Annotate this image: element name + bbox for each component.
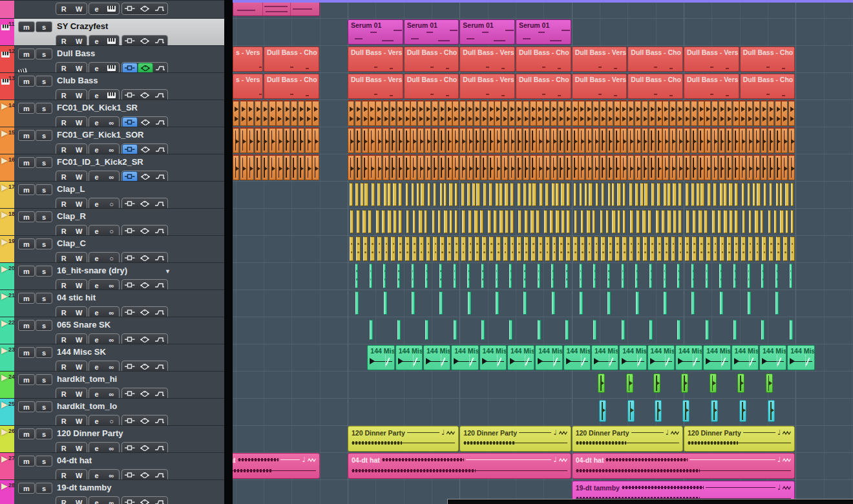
solo-button[interactable]: s — [36, 157, 52, 168]
audio-slice-event[interactable] — [362, 127, 368, 153]
audio-event-bar[interactable] — [729, 183, 733, 206]
audio-slice-event[interactable] — [551, 127, 557, 153]
audio-event-bar[interactable] — [706, 236, 711, 261]
audio-event-bar[interactable] — [783, 236, 788, 261]
audio-event-bar[interactable] — [761, 320, 764, 340]
audio-event-bar[interactable] — [398, 236, 403, 261]
audio-slice-event[interactable] — [704, 100, 711, 126]
audio-event-bar[interactable] — [551, 264, 554, 288]
midi-clip[interactable]: Dull Bass - Cho — [264, 74, 319, 99]
audio-slice-event[interactable] — [247, 100, 253, 126]
write-automation-button[interactable]: W — [72, 497, 87, 504]
audio-slice-event[interactable] — [348, 127, 354, 153]
audio-event-bar[interactable] — [462, 210, 465, 233]
audio-event-bar[interactable] — [580, 291, 583, 315]
solo-button[interactable]: s — [36, 238, 52, 249]
audio-event-bar[interactable] — [679, 236, 683, 261]
track-header-18[interactable]: 18msClap_RRWe○ — [0, 208, 224, 235]
dropdown-icon[interactable]: ▼ — [165, 268, 167, 275]
audio-slice-event[interactable] — [269, 154, 275, 180]
audio-event-bar[interactable] — [536, 210, 540, 233]
audio-event-bar[interactable] — [650, 236, 655, 261]
audio-slice-event[interactable] — [390, 127, 396, 153]
mute-button[interactable]: m — [18, 21, 35, 32]
audio-event-bar[interactable] — [461, 236, 466, 261]
track-header-27[interactable]: 27ms04-dt hatRWe∞ — [0, 452, 224, 479]
track-color-strip[interactable]: 11 — [0, 19, 14, 45]
edit-channel-button[interactable]: e — [89, 3, 104, 14]
mute-button[interactable]: m — [18, 103, 35, 114]
audio-event-bar[interactable] — [615, 236, 620, 261]
audio-slice-event[interactable] — [607, 100, 613, 126]
audio-event-bar[interactable] — [481, 320, 485, 340]
audio-event-bar[interactable] — [425, 210, 428, 233]
track-header-20[interactable]: 20ms16_hit-snare (dry)▼RWe∞ — [0, 262, 224, 289]
audio-slice-event[interactable] — [739, 100, 746, 126]
audio-event-bar[interactable] — [693, 210, 696, 233]
audio-slice-event[interactable] — [488, 100, 494, 126]
audio-slice-event[interactable] — [305, 154, 311, 180]
audio-slice-event[interactable] — [501, 100, 508, 126]
audio-slice-event[interactable] — [501, 127, 508, 153]
audio-slice-event[interactable] — [739, 127, 746, 153]
audio-event-bar[interactable] — [664, 264, 666, 288]
audio-slice-event[interactable] — [753, 127, 760, 153]
audio-event-bar[interactable] — [567, 210, 570, 233]
audio-event-bar[interactable] — [461, 183, 465, 206]
audio-event-bar[interactable] — [545, 236, 550, 261]
audio-slice-event[interactable] — [312, 100, 319, 126]
solo-button[interactable]: s — [36, 48, 52, 59]
audio-slice-event[interactable] — [768, 100, 774, 126]
track-header-16[interactable]: 16msFC01_ID_1_Kick2_SRRWe∞ — [0, 154, 224, 181]
track-header-12[interactable]: 12msDull BassRWe — [0, 45, 224, 72]
audio-slice-event[interactable] — [390, 100, 396, 126]
audio-slice-event[interactable] — [459, 154, 466, 180]
audio-slice-event[interactable] — [551, 154, 557, 180]
audio-slice-event[interactable] — [432, 127, 438, 153]
audio-slice-event[interactable] — [746, 100, 753, 126]
audio-event-bar[interactable] — [505, 183, 509, 206]
audio-event-bar[interactable] — [494, 210, 497, 233]
audio-slice-event[interactable] — [474, 100, 480, 126]
panel-divider[interactable] — [224, 0, 233, 504]
audio-slice-event[interactable] — [276, 100, 282, 126]
audio-slice-event[interactable] — [523, 100, 529, 126]
audio-slice-event[interactable] — [298, 127, 304, 153]
track-color-strip[interactable]: 19 — [0, 236, 14, 262]
audio-event-bar[interactable] — [589, 183, 593, 206]
audio-event-bar[interactable] — [432, 210, 436, 233]
audio-slice-event[interactable] — [262, 100, 268, 126]
audio-event-bar[interactable] — [377, 236, 382, 261]
audio-event-bar[interactable] — [455, 183, 458, 206]
audio-slice-event[interactable] — [452, 100, 459, 126]
audio-slice-event[interactable] — [439, 127, 445, 153]
audio-slice-event[interactable] — [536, 100, 543, 126]
audio-slice-event[interactable] — [669, 127, 676, 153]
audio-slice-event[interactable] — [788, 154, 795, 180]
audio-event-bar[interactable] — [496, 264, 498, 288]
audio-event-bar[interactable] — [642, 210, 646, 233]
audio-event-bar[interactable] — [735, 210, 738, 233]
audio-event-bar[interactable] — [712, 210, 715, 233]
audio-event-bar[interactable] — [612, 210, 616, 233]
audio-event-bar[interactable] — [580, 183, 583, 206]
audio-hit-event[interactable] — [710, 373, 717, 393]
audio-clip[interactable]: 144 Mis — [591, 345, 618, 370]
audio-event-bar[interactable] — [523, 183, 527, 206]
audio-event-bar[interactable] — [733, 320, 737, 340]
audio-event-bar[interactable] — [538, 320, 541, 340]
audio-event-bar[interactable] — [489, 236, 494, 261]
audio-event-bar[interactable] — [483, 183, 487, 206]
audio-event-bar[interactable] — [595, 236, 599, 261]
audio-event-bar[interactable] — [706, 320, 709, 340]
audio-slice-event[interactable] — [240, 100, 246, 126]
audio-slice-event[interactable] — [558, 100, 564, 126]
audio-event-bar[interactable] — [531, 210, 534, 233]
audio-slice-event[interactable] — [269, 127, 275, 153]
audio-slice-event[interactable] — [614, 127, 620, 153]
track-name[interactable]: 19-dt tammby — [57, 483, 220, 494]
track-header-15[interactable]: 15msFC01_GF_Kick1_SORRWe∞ — [0, 127, 224, 154]
midi-clip[interactable]: Dull Bass - Vers — [459, 74, 515, 99]
audio-slice-event[interactable] — [368, 154, 375, 180]
audio-clip[interactable]: 144 Mis — [732, 345, 759, 370]
